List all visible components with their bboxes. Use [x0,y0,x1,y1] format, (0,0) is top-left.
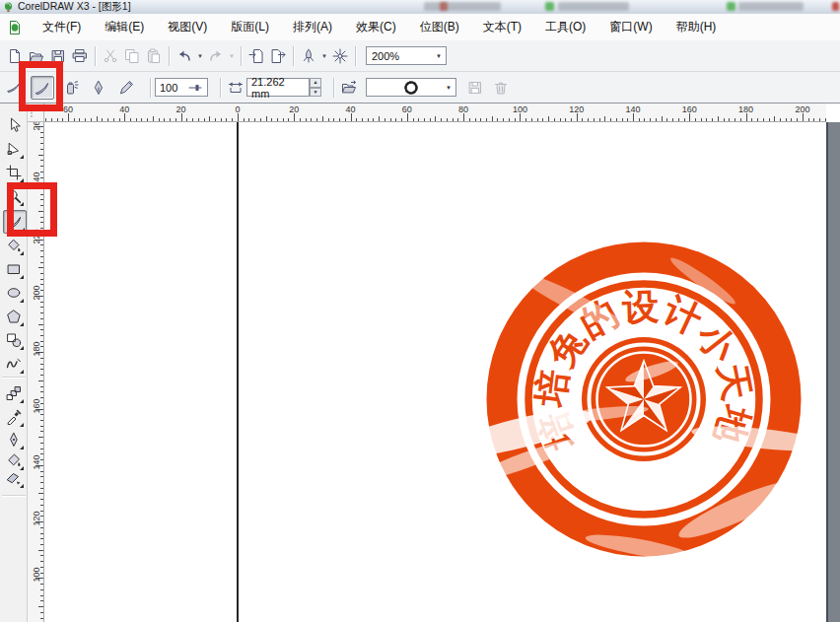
ruler-tick [385,118,385,121]
menu-effects[interactable]: 效果(C) [347,15,405,39]
menu-file[interactable]: 文件(F) [34,15,90,39]
ruler-tick [577,113,578,121]
pick-tool[interactable] [3,114,25,136]
ruler-tick [40,302,43,303]
menu-text[interactable]: 文本(T) [474,15,530,39]
canvas-right-edge [826,122,840,622]
corel-online-button[interactable] [329,45,351,67]
ruler-tick [604,116,605,121]
menu-arrange[interactable]: 排列(A) [284,15,341,39]
outline-pen-tool[interactable] [3,429,25,450]
menu-bitmaps[interactable]: 位图(B) [411,15,468,39]
ruler-tick [209,116,210,121]
menu-layout[interactable]: 版面(L) [222,15,278,39]
rectangle-tool[interactable] [3,258,25,280]
blurred-item [558,2,629,11]
stroke-list-dropdown[interactable]: ▼ [366,78,456,97]
browse-button[interactable] [338,77,360,99]
stroke-width-value: 21.262 mm [251,76,305,100]
calligraphic-mode-button[interactable] [88,77,109,99]
ruler-tick [40,256,43,257]
ruler-tick [712,118,713,121]
ruler-tick [192,118,193,121]
copy-button[interactable] [121,45,143,67]
paste-button[interactable] [143,45,165,67]
zoom-level-value: 200% [372,50,399,62]
menu-view[interactable]: 视图(V) [159,15,216,39]
sprayer-mode-button[interactable] [60,77,82,99]
stepper-down-arrow[interactable]: ▼ [310,88,321,98]
drawing-canvas[interactable]: 培培兔的设计小天地 [44,122,840,622]
h-ruler-label: 160 [682,104,697,114]
undo-dropdown-arrow[interactable]: ▼ [195,53,205,59]
ruler-tick [503,118,504,121]
smart-drawing-tool[interactable] [3,353,25,375]
application-launcher-dropdown-arrow[interactable]: ▼ [319,53,329,59]
delete-stroke-button[interactable] [490,77,512,99]
ellipse-tool[interactable] [3,282,25,304]
ruler-tick [328,118,329,121]
zoom-level-dropdown[interactable]: 200% ▼ [366,46,447,65]
h-ruler-label: 60 [402,104,412,114]
stamp-artwork[interactable]: 培培兔的设计小天地 [476,232,811,567]
import-button[interactable] [245,45,267,67]
crop-tool[interactable] [3,162,25,183]
ruler-tick [141,118,142,121]
redo-dropdown-arrow[interactable]: ▼ [227,53,237,59]
horizontal-ruler[interactable]: 604020020406080100120140160180200 [44,104,826,122]
ruler-tick [633,113,634,121]
polygon-tool[interactable] [3,306,25,327]
menu-window[interactable]: 窗口(W) [600,15,661,39]
export-button[interactable] [267,45,289,67]
ruler-tick [79,118,80,121]
ruler-tick [85,118,86,121]
application-launcher-button[interactable] [298,45,319,67]
ruler-tick [740,118,741,121]
separator [293,46,294,66]
ruler-tick [453,118,454,121]
menu-edit[interactable]: 编辑(E) [96,15,153,39]
chevron-down-icon[interactable]: ▼ [432,53,446,59]
ruler-tick [622,118,623,121]
undo-button[interactable] [174,45,195,67]
pressure-mode-button[interactable] [115,77,137,99]
ruler-tick [40,250,43,251]
ruler-tick [97,116,98,121]
chevron-down-icon[interactable]: ▼ [442,79,455,96]
ruler-tick [40,499,43,500]
smoothing-slider-icon[interactable] [187,80,203,96]
ruler-tick [204,118,205,121]
separator [220,78,221,98]
stepper-up-arrow[interactable]: ▲ [310,78,321,88]
menu-tools[interactable]: 工具(O) [536,15,595,39]
ruler-tick [244,118,245,121]
ruler-tick [40,369,43,370]
ruler-tick [68,113,69,121]
menu-help[interactable]: 帮助(H) [667,15,726,39]
blurred-item [545,2,554,11]
ruler-tick [560,118,561,121]
eyedropper-tool[interactable] [3,406,25,428]
ruler-tick [170,118,171,121]
smart-fill-tool[interactable] [3,235,25,256]
print-button[interactable] [69,45,91,67]
ruler-tick [774,116,775,121]
ruler-tick [362,118,363,121]
freehand-smoothing-field[interactable]: 100 [155,78,208,97]
svg-text:设: 设 [620,285,659,328]
ruler-tick [525,118,526,121]
stroke-width-field[interactable]: 21.262 mm [246,78,310,97]
ruler-tick [38,155,43,156]
interactive-blend-tool[interactable] [3,382,25,404]
ruler-tick [266,116,267,121]
basic-shapes-tool[interactable] [3,329,25,351]
ruler-tick [463,113,464,121]
blurred-item [727,2,735,11]
redo-button[interactable] [205,45,227,67]
stroke-width-stepper[interactable]: ▲ ▼ [310,78,321,97]
shape-tool[interactable] [3,138,25,160]
save-stroke-button[interactable] [464,77,486,99]
cut-button[interactable] [100,45,121,67]
interactive-fill-tool[interactable] [3,467,25,489]
ruler-tick [40,471,43,472]
